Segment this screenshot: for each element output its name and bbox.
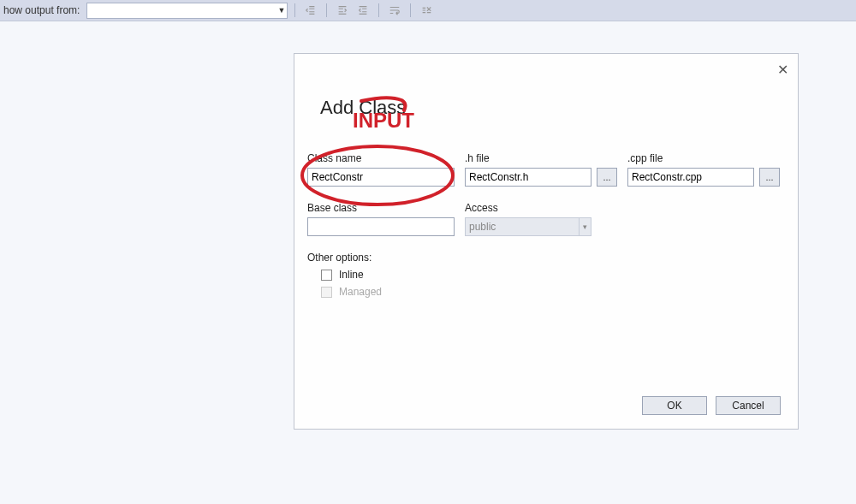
toolbar-separator xyxy=(410,3,411,17)
output-toolbar: how output from: ▼ xyxy=(0,0,856,21)
inline-checkbox[interactable] xyxy=(321,270,332,281)
inline-label: Inline xyxy=(339,269,364,281)
clear-icon[interactable] xyxy=(418,2,435,19)
chevron-down-icon: ▼ xyxy=(277,6,285,15)
dialog-body: Class name .h file ... .cpp file ... xyxy=(307,152,785,303)
base-class-label: Base class xyxy=(307,202,455,214)
managed-checkbox xyxy=(321,287,332,298)
h-file-input[interactable] xyxy=(465,168,591,187)
class-name-label: Class name xyxy=(307,152,455,164)
access-dropdown[interactable]: public ▾ xyxy=(465,217,591,236)
add-class-dialog: ✕ Add Class Class name .h file ... .cpp … xyxy=(294,53,799,430)
managed-label: Managed xyxy=(339,286,382,298)
close-button[interactable]: ✕ xyxy=(774,61,791,78)
toolbar-separator xyxy=(326,3,327,17)
h-file-browse-button[interactable]: ... xyxy=(597,168,617,187)
toolbar-separator xyxy=(294,3,295,17)
cpp-file-input[interactable] xyxy=(627,168,754,187)
access-label: Access xyxy=(465,202,591,214)
output-source-dropdown[interactable]: ▼ xyxy=(86,3,288,19)
word-wrap-icon[interactable] xyxy=(386,2,403,19)
cpp-file-browse-button[interactable]: ... xyxy=(759,168,780,187)
chevron-down-icon: ▾ xyxy=(579,218,591,235)
toolbar-separator xyxy=(378,3,379,17)
access-value: public xyxy=(469,221,496,233)
outdent-icon[interactable] xyxy=(302,2,319,19)
dialog-title: Add Class xyxy=(320,97,406,119)
managed-checkbox-row: Managed xyxy=(321,286,785,298)
inline-checkbox-row[interactable]: Inline xyxy=(321,269,785,281)
cpp-file-label: .cpp file xyxy=(627,152,754,164)
base-class-input[interactable] xyxy=(307,217,455,236)
ok-button[interactable]: OK xyxy=(642,396,707,415)
cancel-button[interactable]: Cancel xyxy=(716,396,781,415)
indent-left-icon[interactable] xyxy=(334,2,351,19)
class-name-input[interactable] xyxy=(307,168,455,187)
dialog-footer: OK Cancel xyxy=(642,396,781,415)
indent-right-icon[interactable] xyxy=(354,2,372,19)
output-from-label: how output from: xyxy=(3,4,80,16)
other-options-label: Other options: xyxy=(307,252,785,264)
h-file-label: .h file xyxy=(465,152,591,164)
